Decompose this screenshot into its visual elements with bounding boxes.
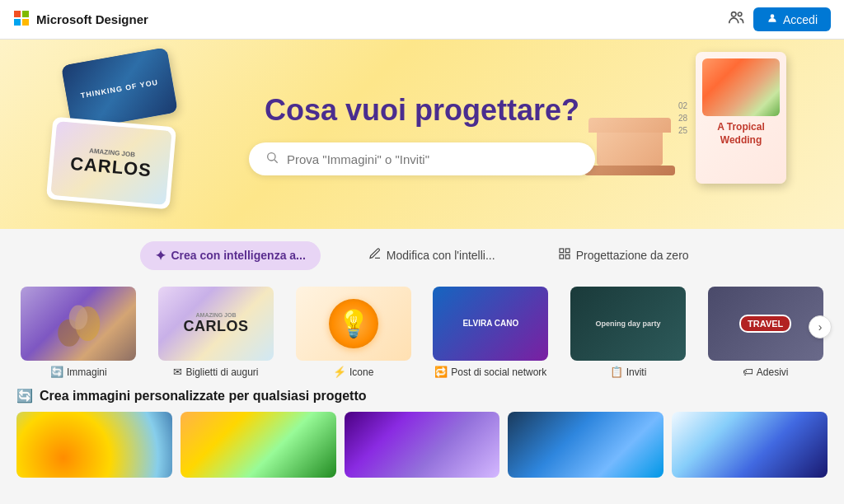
- edit-icon: [368, 247, 382, 264]
- app-title: Microsoft Designer: [36, 12, 148, 26]
- inviti-thumbnail: Opening day party: [570, 287, 686, 361]
- user-icon: [767, 12, 778, 26]
- svg-point-15: [69, 306, 88, 330]
- inviti-icon: 📋: [610, 366, 623, 378]
- svg-point-4: [731, 12, 736, 16]
- inviti-label: 📋 Inviti: [610, 366, 647, 378]
- accedi-button[interactable]: Accedi: [753, 7, 831, 31]
- wedding-card-title: A Tropical Wedding: [702, 121, 780, 147]
- scroll-right-button[interactable]: ›: [809, 315, 832, 338]
- bottom-images-row: [16, 412, 828, 478]
- hero-banner: THINKING OF YOU AMAZING JOB CARLOS Cosa …: [0, 40, 844, 229]
- tabs-bar: ✦ Crea con intelligenza a... Modifica co…: [0, 229, 844, 278]
- bottom-title-icon: 🔄: [16, 388, 33, 404]
- bottom-image-5[interactable]: [672, 412, 828, 478]
- inviti-text: Opening day party: [596, 319, 661, 329]
- header: Microsoft Designer Accedi: [0, 0, 844, 40]
- search-input[interactable]: [287, 152, 579, 166]
- bottom-section: 🔄 Crea immagini personalizzate per quals…: [0, 378, 844, 478]
- svg-point-5: [738, 12, 742, 16]
- immagini-label: 🔄 Immagini: [50, 366, 107, 378]
- tab-modifica[interactable]: Modifica con l'intelli...: [354, 240, 510, 270]
- category-section: 🔄 Immagini AMAZING JOB CARLOS ✉ Bigliett…: [0, 278, 844, 378]
- svg-point-7: [268, 153, 275, 161]
- social-post-name: ELVIRA CANO: [462, 319, 518, 329]
- header-right: Accedi: [727, 7, 831, 31]
- svg-rect-0: [14, 11, 21, 17]
- people-icon[interactable]: [727, 8, 745, 30]
- category-adesivi[interactable]: TRAVEL 🏷 Adesivi: [703, 287, 828, 378]
- svg-rect-2: [14, 19, 21, 26]
- adesivi-label: 🏷 Adesivi: [743, 366, 789, 378]
- bottom-section-title: 🔄 Crea immagini personalizzate per quals…: [16, 388, 828, 404]
- sparkle-icon: ✦: [155, 248, 166, 264]
- tab-crea[interactable]: ✦ Crea con intelligenza a...: [140, 241, 320, 270]
- bottom-image-4[interactable]: [508, 412, 663, 478]
- category-row: 🔄 Immagini AMAZING JOB CARLOS ✉ Bigliett…: [16, 287, 828, 378]
- bottom-image-2[interactable]: [181, 412, 336, 478]
- post-thumbnail: ELVIRA CANO: [433, 287, 548, 361]
- adesivi-thumbnail: TRAVEL: [708, 287, 823, 361]
- svg-rect-1: [22, 11, 29, 17]
- immagini-icon: 🔄: [50, 366, 63, 378]
- icone-label: ⚡ Icone: [333, 366, 373, 378]
- post-label: 🔁 Post di social network: [434, 366, 546, 378]
- tab-progettazione[interactable]: Progettazione da zero: [543, 240, 704, 270]
- adesivi-icon: 🏷: [743, 366, 753, 378]
- biglietti-icon: ✉: [173, 366, 182, 378]
- category-icone[interactable]: 💡 ⚡ Icone: [291, 287, 415, 378]
- svg-rect-10: [565, 249, 570, 253]
- post-icon: 🔁: [434, 366, 448, 378]
- grid-icon: [558, 247, 571, 264]
- bulb-icon: 💡: [329, 299, 378, 348]
- hero-search-bar[interactable]: [249, 142, 595, 175]
- header-left: Microsoft Designer: [13, 10, 148, 30]
- category-post[interactable]: ELVIRA CANO 🔁 Post di social network: [429, 287, 553, 378]
- wedding-card: A Tropical Wedding: [696, 52, 786, 184]
- biglietti-label: ✉ Biglietti di auguri: [173, 366, 258, 378]
- hero-center: Cosa vuoi progettare?: [249, 93, 595, 175]
- pedestal-decoration: [580, 118, 679, 175]
- carlos-card: AMAZING JOB CARLOS: [46, 117, 176, 210]
- biglietti-thumbnail: AMAZING JOB CARLOS: [158, 287, 274, 361]
- ms-designer-logo: [13, 10, 30, 30]
- search-icon: [265, 151, 279, 167]
- category-immagini[interactable]: 🔄 Immagini: [16, 287, 141, 378]
- svg-point-6: [771, 14, 775, 18]
- svg-rect-12: [565, 254, 570, 259]
- hero-title: Cosa vuoi progettare?: [249, 93, 595, 128]
- bottom-image-3[interactable]: [345, 412, 500, 478]
- icone-icon: ⚡: [333, 366, 346, 378]
- icone-thumbnail: 💡: [296, 287, 411, 361]
- svg-line-8: [274, 160, 278, 163]
- bottom-image-1[interactable]: [16, 412, 172, 478]
- svg-rect-3: [22, 19, 29, 26]
- svg-rect-9: [560, 249, 564, 253]
- biglietti-carlos-text: CARLOS: [184, 318, 249, 335]
- hero-right-decoration: 022825 A Tropical Wedding: [678, 52, 786, 184]
- svg-rect-11: [560, 254, 564, 259]
- category-inviti[interactable]: Opening day party 📋 Inviti: [566, 287, 691, 378]
- category-biglietti[interactable]: AMAZING JOB CARLOS ✉ Biglietti di auguri: [154, 287, 279, 378]
- immagini-thumbnail: [21, 287, 136, 361]
